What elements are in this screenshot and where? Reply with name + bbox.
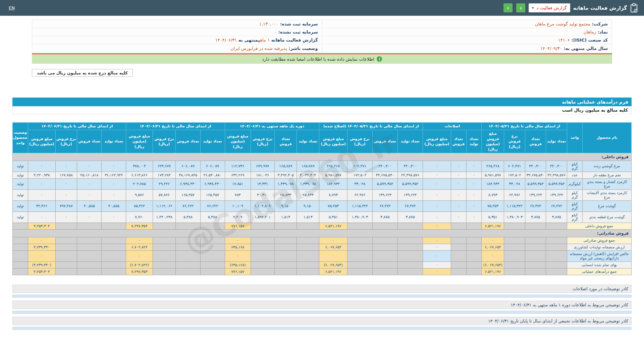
value-cell: ۱,۳۸۰,۹۰۳ bbox=[504, 212, 525, 223]
summary-label-cell: جمع فروش صادراتی bbox=[567, 237, 632, 244]
summary-row: جمع فروش صادراتی۰۰۰۰۰۰ bbox=[13, 237, 632, 244]
value-cell: ۶۷,۴۷۲ bbox=[398, 200, 423, 212]
previous-report-button[interactable]: ‹ bbox=[503, 3, 513, 12]
field-value: ۱۴۱۰۶ bbox=[558, 38, 570, 43]
value-cell: ۳,۸۷۵ bbox=[546, 212, 567, 223]
value-cell: ۵,۳۵۱ bbox=[482, 212, 504, 223]
field-label: نماد: bbox=[596, 29, 608, 35]
value-cell: ۲۶,۵۳۰,۸۸۰ bbox=[200, 172, 225, 178]
value-cell: ۰ bbox=[423, 200, 451, 212]
section-header-cell: فروش صادراتی: bbox=[13, 229, 632, 237]
summary-value-cell: ۰ bbox=[28, 250, 55, 261]
value-cell: ۳۴,۶۷۵,۵۴۰ bbox=[372, 172, 397, 178]
value-cell: ۵,۹۸۱,۵۹۷ bbox=[482, 172, 504, 178]
value-cell: ۱۶۵,۴۵۷ bbox=[176, 189, 200, 200]
signed-info-notice: i اطلاعات نمایش داده شده با اطلاعات امضا… bbox=[32, 54, 612, 64]
value-cell: ۲۰۲,۷۸۵ bbox=[126, 178, 153, 189]
empty-cell bbox=[153, 237, 176, 244]
empty-cell bbox=[466, 244, 482, 250]
value-cell: ۳۷۸,۰۰۴ bbox=[126, 161, 153, 172]
value-cell: ۱,۵۱۳ bbox=[274, 212, 297, 223]
column-subheader: مبلغ فروش (میلیون ریال) bbox=[482, 130, 504, 153]
value-cell: ۳۰,۳۱۰ bbox=[251, 189, 274, 200]
empty-cell bbox=[251, 223, 274, 229]
value-cell: ۰ bbox=[423, 172, 451, 178]
monthly-income-table-wrap: @Codal360_ir نام محصولواحداز ابتدای سال … bbox=[12, 122, 632, 275]
empty-cell bbox=[347, 268, 372, 275]
empty-cell bbox=[251, 250, 274, 261]
unit-cell: کیلو گرم bbox=[567, 161, 583, 172]
company-info-cell: وضعیت ناشر: پذیرفته شده در فرابورس ایران bbox=[32, 45, 322, 52]
language-toggle-en[interactable]: EN bbox=[9, 5, 15, 10]
empty-cell bbox=[372, 244, 397, 250]
value-cell: ۷,۷۶۰ bbox=[126, 212, 153, 223]
empty-cell bbox=[251, 261, 274, 268]
empty-cell bbox=[176, 237, 200, 244]
value-cell: ۵,۹۸۱,۵۹۷ bbox=[319, 172, 347, 178]
value-cell: ۰ bbox=[55, 161, 77, 172]
value-cell: ۴,۲۲۰,۹۳۸ bbox=[28, 172, 55, 178]
value-cell: ۲۶۵,۲۶۸ bbox=[319, 161, 347, 172]
column-group-header: از ابتدای سال مالی تا تاریخ ۱۴۰۴/۰۵/۳۱ bbox=[482, 123, 567, 130]
company-info-cell: شرکت: مجتمع تولید گوشت مرغ ماهان bbox=[322, 20, 612, 27]
value-cell: ۳,۴۹۲,۳۰۵ bbox=[274, 172, 297, 178]
product-name-cell: کارمزد کشتار و بسته بندي مرغ bbox=[582, 178, 631, 189]
empty-cell bbox=[372, 268, 397, 275]
empty-cell bbox=[55, 237, 77, 244]
empty-cell bbox=[347, 261, 372, 268]
comment-section-empty-content bbox=[12, 295, 632, 298]
next-report-button[interactable]: › bbox=[516, 3, 525, 12]
value-cell: ۱,۵۹۲,۲۰۱ bbox=[251, 212, 274, 223]
empty-cell bbox=[398, 237, 423, 244]
empty-cell bbox=[546, 223, 567, 229]
value-cell: ۰ bbox=[102, 189, 126, 200]
value-cell: ۵,۵۹۹,۳۵۲ bbox=[398, 178, 423, 189]
value-cell: ۳,۸۷۵ bbox=[372, 212, 397, 223]
comment-section-title: کادر توضیحات در مورد اصلاحات bbox=[12, 285, 632, 293]
navbar-right-group: گزارش فعالیت ماهانه گزارش فعالیت د ▾ › ‹ bbox=[503, 3, 638, 13]
empty-cell bbox=[347, 250, 372, 261]
top-navbar: گزارش فعالیت ماهانه گزارش فعالیت د ▾ › ‹… bbox=[0, 0, 644, 16]
value-cell: ۶,۹۳۸,۴۳۰ bbox=[176, 178, 200, 189]
section-header-row: فروش داخلی: bbox=[13, 153, 632, 161]
empty-cell bbox=[398, 244, 423, 250]
value-cell: ۹,۱۵۰ bbox=[274, 200, 297, 212]
column-header-product-name: نام محصول bbox=[582, 123, 631, 153]
value-cell: ۱۷۲,۵۰۲ bbox=[347, 172, 372, 178]
value-cell: ۱۶۵,۷۸۹ bbox=[297, 161, 319, 172]
value-cell: ۰ bbox=[77, 189, 102, 200]
product-row: تخم مرغ نطفه دارعدد۲۲,۴۹۸,۵۷۶۳۴,۶۷۵,۵۴۰۱… bbox=[13, 172, 632, 178]
empty-cell bbox=[297, 223, 319, 229]
column-subheader: نرخ فروش (ریال) bbox=[347, 130, 372, 153]
field-value: ۱۴۰۴/۰۹/۳۰ bbox=[540, 46, 562, 51]
empty-cell bbox=[153, 268, 176, 275]
value-cell: ۰ bbox=[55, 189, 77, 200]
value-cell: ۱,۴۴۰,۲۳۸ bbox=[153, 212, 176, 223]
value-cell: ۰ bbox=[423, 161, 451, 172]
value-cell: ۸,۷۹۳ bbox=[319, 189, 347, 200]
column-subheader: تعداد فروش bbox=[451, 130, 466, 153]
empty-cell bbox=[153, 223, 176, 229]
column-group-header: از ابتدای سال مالی تا تاریخ ۱۴۰۴/۰۵/۳۱ (… bbox=[319, 123, 423, 130]
value-cell: ۲۵,۸۳۳ bbox=[297, 189, 319, 200]
value-cell: ۳۶,۱۶۴,۹۴۴ bbox=[102, 172, 126, 178]
value-cell: ۰ bbox=[28, 212, 55, 223]
value-cell: ۵,۳۸۸ bbox=[176, 212, 200, 223]
value-cell: ۱,۳۳۹,۰۷۸ bbox=[274, 178, 297, 189]
value-cell: ۰ bbox=[423, 212, 451, 223]
column-subheader: تعداد تولید bbox=[102, 130, 126, 153]
column-subheader: مبلغ فروش (میلیون ریال) bbox=[225, 130, 251, 153]
company-info-row: نماد: زماهانسرمایه ثبت نشده: ۰ bbox=[32, 28, 612, 36]
summary-value-cell: ۷۷۶,۱۵۷ bbox=[225, 223, 251, 229]
field-label: سال مالی منتهی به: bbox=[562, 46, 608, 51]
empty-cell bbox=[398, 268, 423, 275]
value-cell: ۷۶,۶۲۲ bbox=[176, 200, 200, 212]
value-cell: ۳۳,۰۲۸ bbox=[347, 178, 372, 189]
empty-cell bbox=[251, 237, 274, 244]
empty-cell bbox=[525, 261, 546, 268]
status-cell: تولید bbox=[13, 178, 28, 189]
value-cell: ۶۷,۴۷۲ bbox=[372, 200, 397, 212]
value-cell: ۰ bbox=[102, 178, 126, 189]
value-cell: ۱۷۳,۲۸۴ bbox=[153, 172, 176, 178]
report-type-dropdown[interactable]: گزارش فعالیت د ▾ bbox=[529, 3, 570, 12]
